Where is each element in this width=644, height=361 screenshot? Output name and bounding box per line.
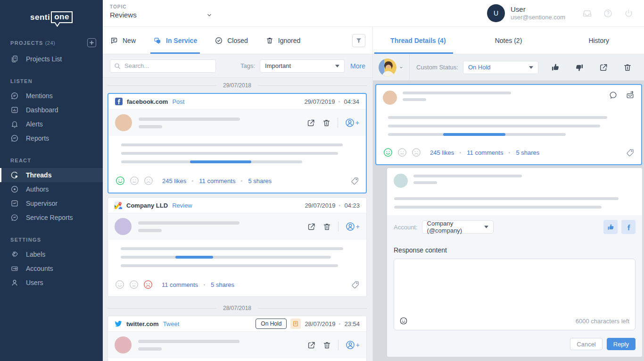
help-icon[interactable]: [603, 8, 613, 18]
assign-author-button[interactable]: +: [345, 118, 359, 128]
tag-button[interactable]: [350, 176, 359, 185]
sentiment-positive-icon[interactable]: [115, 279, 125, 290]
comments-count[interactable]: 11 comments: [162, 281, 198, 288]
add-project-button[interactable]: [87, 38, 96, 47]
sentiment-positive-icon[interactable]: [115, 176, 125, 186]
delete-icon[interactable]: [322, 222, 331, 231]
sentiment-picker: [383, 147, 421, 158]
emoji-icon[interactable]: [399, 317, 408, 325]
service-reports-icon: [10, 213, 19, 222]
sentiment-neutral-icon[interactable]: [129, 279, 139, 290]
topic-selector[interactable]: Reviews: [110, 11, 213, 19]
thread-card-footer: 11 comments 5 shares: [108, 275, 366, 296]
sidebar-item-service-reports[interactable]: Service Reports: [0, 210, 103, 225]
thread-status-tabs: New In Service Closed Ignored: [103, 27, 372, 54]
likes-count[interactable]: 245 likes: [162, 177, 186, 185]
sentiment-negative-icon[interactable]: [143, 279, 153, 290]
tab-history[interactable]: History: [553, 27, 644, 54]
sidebar-item-supervisor[interactable]: Supervisor: [0, 196, 103, 210]
sentiment-positive-icon[interactable]: [383, 147, 393, 158]
react-section-header: REACT: [10, 158, 96, 163]
tab-thread-details[interactable]: Thread Details (4): [373, 27, 463, 54]
account-dropdown[interactable]: Company (@company): [422, 220, 494, 234]
sentiment-neutral-icon[interactable]: [397, 147, 407, 158]
topic-block: TOPIC Reviews: [103, 0, 372, 26]
plus-icon: [88, 39, 96, 47]
sidebar-item-authors[interactable]: Authors: [0, 182, 103, 196]
comment-icon[interactable]: [609, 91, 618, 100]
thread-card-facebook[interactable]: facebook.com Post 29/07/2019 04:34: [107, 93, 367, 193]
listen-header-label: LISTEN: [10, 78, 33, 84]
external-link-icon[interactable]: [306, 118, 315, 127]
agent-selector[interactable]: [373, 54, 410, 80]
sidebar-item-mentions[interactable]: Mentions: [0, 89, 103, 103]
projects-section-header: PROJECTS (24): [10, 38, 96, 47]
sidebar-item-accounts[interactable]: Accounts: [0, 261, 103, 276]
delete-icon[interactable]: [623, 63, 632, 72]
thumbs-down-icon[interactable]: [575, 63, 584, 72]
tab-ignored[interactable]: Ignored: [265, 27, 300, 54]
more-filters-link[interactable]: More: [350, 62, 365, 70]
tag-button[interactable]: [351, 280, 360, 289]
sidebar-item-labels[interactable]: Labels: [0, 247, 103, 261]
sentiment-negative-icon[interactable]: [411, 147, 421, 158]
shares-count[interactable]: 5 shares: [211, 281, 234, 288]
thread-date: 28/07/2019: [305, 320, 335, 327]
thread-datetime: 29/07/2019 04:23: [305, 202, 360, 209]
power-icon[interactable]: [624, 8, 634, 18]
thread-kind-link[interactable]: Post: [172, 98, 184, 105]
delete-icon[interactable]: [322, 341, 331, 350]
sidebar-item-threads[interactable]: Threads: [0, 168, 103, 182]
thread-kind-link[interactable]: Review: [172, 202, 192, 209]
sidebar-item-reports[interactable]: Reports: [0, 131, 103, 145]
tab-closed[interactable]: Closed: [215, 27, 248, 54]
tab-in-service[interactable]: In Service: [153, 27, 197, 54]
sidebar-item-alerts[interactable]: Alerts: [0, 117, 103, 131]
like-action-button[interactable]: [603, 220, 618, 234]
search-input[interactable]: [110, 59, 216, 73]
header-icons: [582, 8, 644, 18]
toolbar-actions: [551, 63, 644, 72]
assign-author-button[interactable]: +: [345, 221, 360, 232]
thread-card-twitter[interactable]: twitter.com Tweet On Hold 28/07/2019 23:…: [107, 316, 367, 361]
sidebar-item-users[interactable]: Users: [0, 276, 103, 290]
new-tab-icon: [110, 36, 118, 45]
note-icon[interactable]: [290, 319, 301, 329]
facebook-channel-button[interactable]: [621, 220, 636, 234]
sidebar-item-projects-list[interactable]: Projects List: [0, 52, 103, 66]
external-link-icon[interactable]: [599, 63, 608, 72]
thread-card-company[interactable]: Company LLD Review 29/07/2019 04:23: [107, 197, 367, 297]
external-link-icon[interactable]: [307, 341, 316, 350]
tags-dropdown[interactable]: Important: [260, 59, 345, 73]
author-name-placeholder: [138, 221, 239, 225]
shares-count[interactable]: 5 shares: [516, 149, 539, 156]
user-avatar[interactable]: U: [487, 4, 505, 22]
external-link-icon[interactable]: [307, 222, 316, 231]
sentiment-negative-icon[interactable]: [143, 176, 154, 186]
thread-date: 29/07/2019: [305, 202, 335, 209]
inbox-icon[interactable]: [582, 8, 592, 18]
shares-count[interactable]: 5 shares: [248, 177, 272, 185]
sidebar-item-dashboard[interactable]: Dashboard: [0, 103, 103, 117]
tab-notes[interactable]: Notes (2): [463, 27, 554, 54]
thumbs-up-icon[interactable]: [551, 63, 560, 72]
thread-datetime: 29/07/2019 04:34: [304, 98, 359, 105]
detail-thread-card[interactable]: 245 likes 11 comments 5 shares: [375, 84, 642, 165]
custom-status-dropdown[interactable]: On Hold: [463, 61, 538, 74]
tags-label: Tags:: [240, 62, 255, 69]
thread-list-column: New In Service Closed Ignored: [103, 27, 372, 361]
sentiment-neutral-icon[interactable]: [129, 176, 140, 186]
tag-button[interactable]: [626, 148, 635, 157]
comments-count[interactable]: 11 comments: [199, 177, 235, 185]
forward-icon[interactable]: [626, 91, 635, 100]
cancel-button[interactable]: Cancel: [570, 338, 602, 350]
comments-count[interactable]: 11 comments: [467, 149, 503, 156]
thread-kind-link[interactable]: Tweet: [163, 320, 180, 327]
response-textarea[interactable]: [394, 259, 635, 312]
filter-button[interactable]: [352, 34, 365, 47]
delete-icon[interactable]: [322, 118, 331, 127]
reply-button[interactable]: Reply: [607, 338, 636, 350]
assign-author-button[interactable]: +: [345, 340, 360, 350]
likes-count[interactable]: 245 likes: [430, 149, 454, 156]
tab-new[interactable]: New: [110, 27, 136, 54]
